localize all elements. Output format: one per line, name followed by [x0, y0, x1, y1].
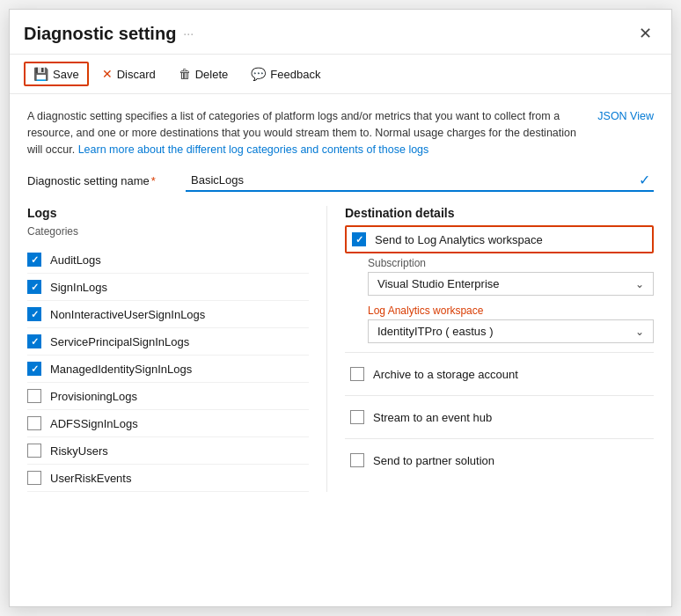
toolbar: 💾 Save ✕ Discard 🗑 Delete 💬 Feedback: [10, 55, 671, 94]
json-view-link[interactable]: JSON View: [597, 108, 654, 125]
storage-account-label: Archive to a storage account: [373, 368, 518, 381]
managedidentity-checkbox[interactable]: [27, 362, 41, 376]
serviceprincipal-checkbox[interactable]: [27, 334, 41, 348]
setting-name-row: Diagnostic setting name* ✓: [27, 170, 654, 192]
main-layout: Logs Categories AuditLogs SignInLogs Non…: [27, 206, 654, 492]
diagnostic-setting-dialog: Diagnostic setting ··· ✕ 💾 Save ✕ Discar…: [9, 9, 672, 607]
setting-name-input-wrapper: ✓: [186, 170, 654, 192]
log-item: AuditLogs: [27, 246, 309, 274]
provisioning-label: ProvisioningLogs: [50, 390, 137, 403]
divider3: [345, 438, 654, 439]
event-hub-checkbox[interactable]: [350, 410, 364, 424]
userriskevents-label: UserRiskEvents: [50, 472, 131, 485]
log-analytics-workspace-dropdown[interactable]: IdentityITPro ( eastus ) ⌄: [368, 319, 654, 343]
logs-section: Logs Categories AuditLogs SignInLogs Non…: [27, 206, 326, 492]
log-item: ServicePrincipalSignInLogs: [27, 328, 309, 356]
feedback-icon: 💬: [251, 67, 266, 81]
log-item: UserRiskEvents: [27, 465, 309, 492]
dialog-content: A diagnostic setting specifies a list of…: [10, 94, 671, 506]
signinlogs-checkbox[interactable]: [27, 280, 41, 294]
log-item: RiskyUsers: [27, 437, 309, 465]
description-text: A diagnostic setting specifies a list of…: [27, 108, 583, 158]
subscription-value: Visual Studio Enterprise: [377, 277, 500, 290]
log-analytics-option: Send to Log Analytics workspace: [345, 225, 654, 253]
auditlogs-label: AuditLogs: [50, 253, 101, 267]
setting-name-input[interactable]: [186, 170, 639, 190]
storage-account-option: Archive to a storage account: [345, 360, 654, 388]
adfs-label: ADFSSignInLogs: [50, 417, 138, 430]
subscription-label: Subscription: [368, 257, 654, 269]
event-hub-label: Stream to an event hub: [373, 411, 492, 424]
dialog-title-dots: ···: [183, 26, 194, 40]
logs-section-title: Logs: [27, 206, 309, 220]
delete-label: Delete: [195, 68, 229, 81]
serviceprincipal-label: ServicePrincipalSignInLogs: [50, 335, 189, 348]
log-item: ADFSSignInLogs: [27, 410, 309, 437]
log-analytics-checkbox[interactable]: [352, 232, 366, 246]
subscription-dropdown-arrow: ⌄: [635, 278, 644, 290]
destination-section-title: Destination details: [345, 206, 654, 220]
log-analytics-label: Send to Log Analytics workspace: [375, 233, 543, 246]
userriskevents-checkbox[interactable]: [27, 471, 41, 485]
partner-solution-checkbox[interactable]: [350, 453, 364, 467]
discard-label: Discard: [117, 68, 156, 81]
feedback-label: Feedback: [270, 68, 320, 81]
input-check-icon: ✓: [639, 172, 654, 188]
signinlogs-label: SignInLogs: [50, 281, 107, 294]
storage-account-checkbox[interactable]: [350, 367, 364, 381]
noninteractive-checkbox[interactable]: [27, 307, 41, 321]
discard-button[interactable]: ✕ Discard: [92, 62, 165, 86]
provisioning-checkbox[interactable]: [27, 389, 41, 403]
log-analytics-workspace-value: IdentityITPro ( eastus ): [377, 325, 494, 338]
log-analytics-subfields: Subscription Visual Studio Enterprise ⌄ …: [368, 257, 654, 343]
learn-more-link[interactable]: Learn more about the different log categ…: [78, 143, 429, 156]
save-icon: 💾: [33, 67, 48, 81]
event-hub-option: Stream to an event hub: [345, 403, 654, 431]
divider2: [345, 395, 654, 396]
dialog-title: Diagnostic setting: [24, 24, 176, 44]
log-analytics-workspace-label: Log Analytics workspace: [368, 304, 654, 317]
partner-solution-label: Send to partner solution: [373, 454, 494, 467]
delete-icon: 🗑: [179, 67, 191, 81]
logs-categories-subtitle: Categories: [27, 225, 309, 238]
workspace-dropdown-arrow: ⌄: [635, 326, 644, 338]
discard-icon: ✕: [102, 67, 113, 81]
adfs-checkbox[interactable]: [27, 416, 41, 430]
divider1: [345, 352, 654, 353]
setting-name-label: Diagnostic setting name*: [27, 174, 186, 187]
riskyusers-label: RiskyUsers: [50, 444, 108, 458]
log-item: NonInteractiveUserSignInLogs: [27, 301, 309, 328]
log-item: SignInLogs: [27, 274, 309, 301]
auditlogs-checkbox[interactable]: [27, 253, 41, 267]
log-item: ManagedIdentitySignInLogs: [27, 356, 309, 383]
log-item: ProvisioningLogs: [27, 383, 309, 410]
delete-button[interactable]: 🗑 Delete: [169, 62, 238, 86]
description-area: A diagnostic setting specifies a list of…: [27, 108, 654, 158]
save-label: Save: [53, 68, 79, 81]
partner-solution-option: Send to partner solution: [345, 446, 654, 474]
close-button[interactable]: ✕: [633, 22, 657, 45]
feedback-button[interactable]: 💬 Feedback: [241, 62, 330, 86]
dialog-header: Diagnostic setting ··· ✕: [10, 10, 671, 55]
save-button[interactable]: 💾 Save: [24, 62, 89, 86]
noninteractive-label: NonInteractiveUserSignInLogs: [50, 308, 205, 321]
destination-section: Destination details Send to Log Analytic…: [326, 206, 654, 492]
subscription-dropdown[interactable]: Visual Studio Enterprise ⌄: [368, 272, 654, 296]
managedidentity-label: ManagedIdentitySignInLogs: [50, 363, 192, 376]
riskyusers-checkbox[interactable]: [27, 444, 41, 458]
